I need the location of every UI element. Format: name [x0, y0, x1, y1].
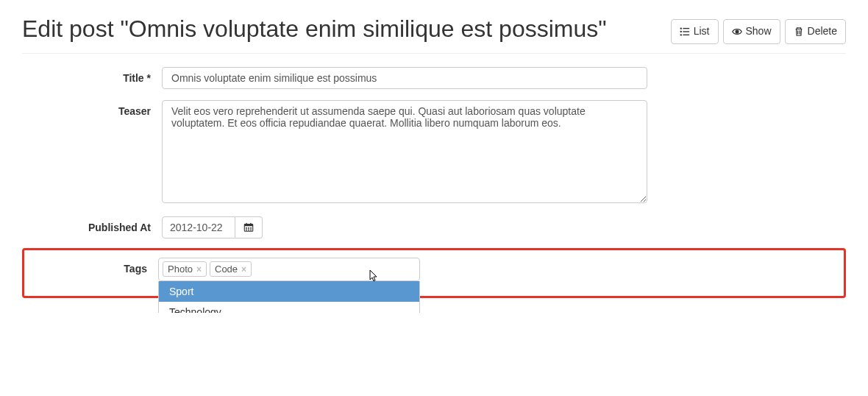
teaser-textarea[interactable]: [162, 100, 647, 203]
list-button-label: List: [694, 24, 710, 39]
tag-chip: Photo×: [163, 261, 207, 277]
tag-chip: Code×: [210, 261, 252, 277]
show-button[interactable]: Show: [723, 19, 780, 44]
svg-rect-17: [248, 229, 249, 230]
tags-dropdown-item[interactable]: Technology: [159, 302, 419, 313]
list-button[interactable]: List: [671, 19, 719, 44]
tag-remove-icon[interactable]: ×: [196, 264, 202, 275]
svg-rect-14: [248, 227, 249, 229]
tags-dropdown-item[interactable]: Sport: [159, 281, 419, 302]
svg-point-3: [680, 28, 681, 29]
title-input[interactable]: [162, 67, 647, 89]
divider: [22, 53, 846, 54]
delete-button[interactable]: Delete: [785, 19, 846, 44]
svg-rect-10: [244, 224, 252, 226]
svg-rect-12: [250, 222, 251, 224]
trash-icon: [794, 26, 804, 37]
svg-rect-18: [250, 229, 252, 230]
show-button-label: Show: [746, 24, 772, 39]
svg-point-6: [736, 30, 739, 33]
list-icon: [680, 26, 690, 37]
svg-rect-13: [246, 227, 247, 229]
teaser-label: Teaser: [22, 100, 162, 117]
published-at-input[interactable]: [162, 216, 235, 238]
tags-highlight-box: Tags Photo×Code× SportTechnologyMusic: [22, 248, 846, 298]
title-label: Title *: [22, 67, 162, 84]
tag-chip-label: Code: [215, 264, 238, 275]
published-at-label: Published At: [22, 216, 162, 233]
page-title: Edit post "Omnis voluptate enim similiqu…: [22, 15, 607, 43]
svg-rect-16: [246, 229, 247, 230]
tag-remove-icon[interactable]: ×: [241, 264, 246, 275]
svg-rect-15: [250, 227, 252, 229]
svg-point-5: [680, 35, 681, 35]
date-picker-button[interactable]: [235, 216, 263, 238]
tag-chip-label: Photo: [168, 264, 193, 275]
svg-point-4: [680, 31, 681, 32]
delete-button-label: Delete: [808, 24, 837, 39]
eye-icon: [732, 26, 742, 37]
tags-dropdown: SportTechnologyMusic: [158, 281, 420, 313]
action-buttons: List Show Delete: [671, 19, 846, 44]
svg-rect-11: [246, 222, 247, 224]
tags-label: Tags: [30, 258, 158, 275]
calendar-icon: [243, 222, 254, 233]
tags-input[interactable]: Photo×Code×: [158, 258, 420, 281]
